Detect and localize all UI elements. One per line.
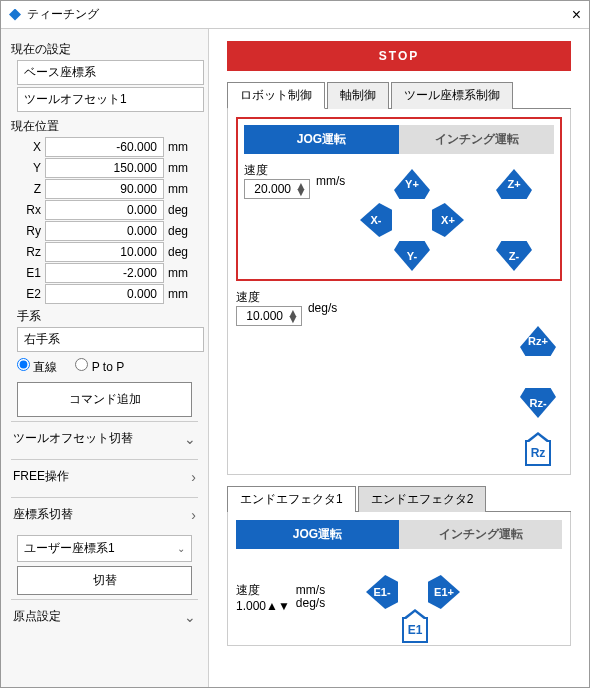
radio-line[interactable]: 直線 <box>17 358 57 376</box>
acc-tool-offset[interactable]: ツールオフセット切替⌄ <box>11 421 198 455</box>
tool-offset-field[interactable]: ツールオフセット1 <box>17 87 204 112</box>
current-position-header: 現在位置 <box>11 118 198 135</box>
chevron-down-icon: ⌄ <box>184 609 196 625</box>
current-settings-header: 現在の設定 <box>11 41 198 58</box>
axis-label: X <box>11 140 41 154</box>
jog-y-minus[interactable]: Y- <box>394 241 430 271</box>
axis-unit: mm <box>168 161 198 175</box>
acc-coord[interactable]: 座標系切替› <box>11 497 198 531</box>
axis-label: E1 <box>11 266 41 280</box>
axis-value[interactable]: 150.000 <box>45 158 164 178</box>
stop-button[interactable]: STOP <box>227 41 571 71</box>
hand-value[interactable]: 右手系 <box>17 327 204 352</box>
coord-select[interactable]: ユーザー座標系1⌄ <box>17 535 192 562</box>
window-title: ティーチング <box>27 6 99 23</box>
add-command-button[interactable]: コマンド追加 <box>17 382 192 417</box>
switch-button[interactable]: 切替 <box>17 566 192 595</box>
tab-ee2[interactable]: エンドエフェクタ2 <box>358 486 487 512</box>
axis-label: Z <box>11 182 41 196</box>
axis-label: Rx <box>11 203 41 217</box>
axis-unit: mm <box>168 140 198 154</box>
chevron-right-icon: › <box>191 507 196 523</box>
tab-ee1[interactable]: エンドエフェクタ1 <box>227 486 356 512</box>
axis-label: Ry <box>11 224 41 238</box>
axis-label: Rz <box>11 245 41 259</box>
home-rz[interactable]: Rz <box>525 440 551 466</box>
acc-free[interactable]: FREE操作› <box>11 459 198 493</box>
axis-value[interactable]: 0.000 <box>45 221 164 241</box>
speed2-input[interactable]: 10.000▲▼ <box>236 306 302 326</box>
seg-inching-ee[interactable]: インチング運転 <box>399 520 562 549</box>
speed-label: 速度 <box>236 289 302 306</box>
radio-ptop[interactable]: P to P <box>75 358 124 376</box>
axis-value[interactable]: 10.000 <box>45 242 164 262</box>
speed-label: 速度 <box>236 582 290 599</box>
axis-unit: deg <box>168 245 198 259</box>
axis-label: E2 <box>11 287 41 301</box>
close-icon[interactable]: × <box>572 7 581 23</box>
axis-value[interactable]: -60.000 <box>45 137 164 157</box>
jog-z-minus[interactable]: Z- <box>496 241 532 271</box>
axis-label: Y <box>11 161 41 175</box>
home-e1[interactable]: E1 <box>402 617 428 643</box>
chevron-right-icon: › <box>191 469 196 485</box>
base-frame-field[interactable]: ベース座標系 <box>17 60 204 85</box>
axis-unit: mm <box>168 266 198 280</box>
jog-z-plus[interactable]: Z+ <box>496 169 532 199</box>
hand-header: 手系 <box>17 308 198 325</box>
seg-jog[interactable]: JOG運転 <box>244 125 399 154</box>
axis-unit: deg <box>168 203 198 217</box>
axis-unit: mm <box>168 287 198 301</box>
speed-ee-input[interactable]: 1.000▲▼ <box>236 599 290 613</box>
axis-unit: deg <box>168 224 198 238</box>
chevron-down-icon: ⌄ <box>177 543 185 554</box>
tab-robot[interactable]: ロボット制御 <box>227 82 325 109</box>
axis-value[interactable]: -2.000 <box>45 263 164 283</box>
seg-jog-ee[interactable]: JOG運転 <box>236 520 399 549</box>
jog-e1-minus[interactable]: E1- <box>366 575 398 609</box>
seg-inching[interactable]: インチング運転 <box>399 125 554 154</box>
jog-x-plus[interactable]: X+ <box>432 203 464 237</box>
axis-unit: mm <box>168 182 198 196</box>
axis-value[interactable]: 0.000 <box>45 200 164 220</box>
axis-value[interactable]: 0.000 <box>45 284 164 304</box>
jog-rz-minus[interactable]: Rz- <box>520 388 556 418</box>
jog-e1-plus[interactable]: E1+ <box>428 575 460 609</box>
chevron-down-icon: ⌄ <box>184 431 196 447</box>
app-icon <box>9 9 21 21</box>
tab-tool[interactable]: ツール座標系制御 <box>391 82 513 109</box>
axis-value[interactable]: 90.000 <box>45 179 164 199</box>
speed2-unit: deg/s <box>308 301 337 315</box>
jog-y-plus[interactable]: Y+ <box>394 169 430 199</box>
jog-xyz-box: JOG運転 インチング運転 速度 20.000▲▼ mm/s Y+ Y- X- … <box>236 117 562 281</box>
tab-axis[interactable]: 軸制御 <box>327 82 389 109</box>
acc-origin[interactable]: 原点設定⌄ <box>11 599 198 633</box>
ee-unit2: deg/s <box>296 597 325 610</box>
jog-x-minus[interactable]: X- <box>360 203 392 237</box>
jog-rz-plus[interactable]: Rz+ <box>520 326 556 356</box>
